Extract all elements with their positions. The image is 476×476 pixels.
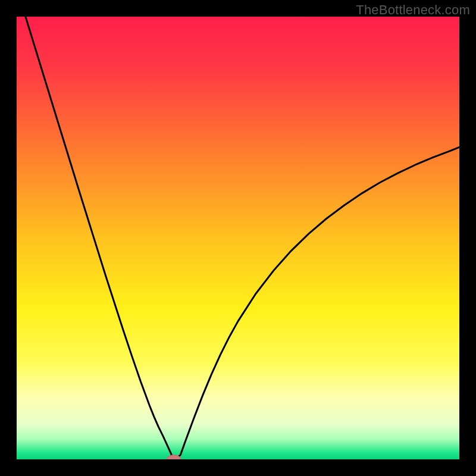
gradient-background xyxy=(17,17,459,459)
bottleneck-chart xyxy=(17,17,459,459)
chart-frame: TheBottleneck.com xyxy=(0,0,476,476)
plot-area xyxy=(17,17,459,459)
watermark-text: TheBottleneck.com xyxy=(356,2,470,18)
